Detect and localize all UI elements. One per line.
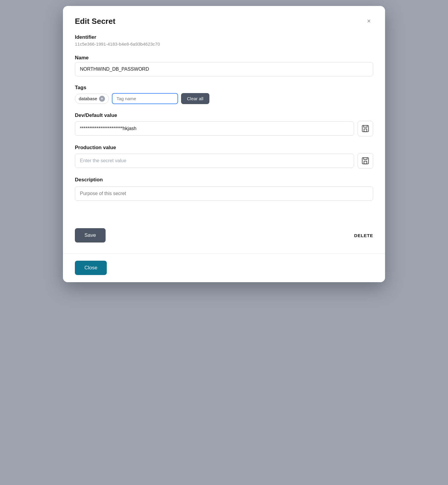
svg-rect-3 (364, 161, 367, 164)
floppy-disk-icon-prod (361, 157, 370, 165)
close-icon-button[interactable]: × (364, 17, 373, 26)
modal-header: Edit Secret × (75, 17, 373, 26)
production-section: Production value (75, 145, 373, 169)
modal-content: Edit Secret × Identifier 11c5e366-1991-4… (63, 6, 385, 221)
clear-all-button[interactable]: Clear all (181, 93, 209, 104)
production-label: Production value (75, 145, 373, 151)
floppy-disk-icon (361, 124, 370, 133)
tags-label: Tags (75, 85, 373, 91)
svg-rect-2 (362, 158, 369, 164)
tag-name-input[interactable] (112, 93, 178, 104)
svg-rect-0 (362, 126, 369, 132)
tags-section: Tags database × Clear all (75, 85, 373, 104)
name-input[interactable] (75, 62, 373, 76)
close-bar-button[interactable]: Close (75, 261, 107, 275)
tag-chip-database: database × (75, 94, 109, 104)
delete-button[interactable]: DELETE (354, 233, 373, 238)
modal-title: Edit Secret (75, 17, 115, 26)
tag-chip-label: database (79, 96, 97, 101)
save-button[interactable]: Save (75, 228, 106, 242)
production-save-button[interactable] (358, 153, 373, 169)
tags-row: database × Clear all (75, 93, 373, 104)
tag-remove-button[interactable]: × (99, 96, 105, 102)
description-label: Description (75, 177, 373, 183)
close-bar: Close (63, 253, 385, 282)
footer-actions: Save DELETE (63, 221, 385, 253)
svg-rect-1 (364, 129, 367, 132)
dev-default-section: Dev/Default value (75, 112, 373, 136)
dev-default-save-button[interactable] (358, 121, 373, 136)
name-label: Name (75, 55, 373, 61)
dev-default-label: Dev/Default value (75, 112, 373, 118)
identifier-value: 11c5e366-1991-4183-b4e8-6a93b4623c70 (75, 41, 373, 47)
description-section: Description (75, 177, 373, 201)
dev-default-input[interactable] (75, 121, 354, 136)
modal-overlay: Edit Secret × Identifier 11c5e366-1991-4… (63, 6, 385, 282)
production-input[interactable] (75, 154, 354, 168)
identifier-label: Identifier (75, 34, 373, 40)
dev-default-row (75, 121, 373, 136)
production-row (75, 153, 373, 169)
identifier-section: Identifier 11c5e366-1991-4183-b4e8-6a93b… (75, 34, 373, 47)
description-input[interactable] (75, 186, 373, 201)
page-wrapper: Edit Secret × Identifier 11c5e366-1991-4… (6, 6, 442, 282)
name-section: Name (75, 55, 373, 76)
